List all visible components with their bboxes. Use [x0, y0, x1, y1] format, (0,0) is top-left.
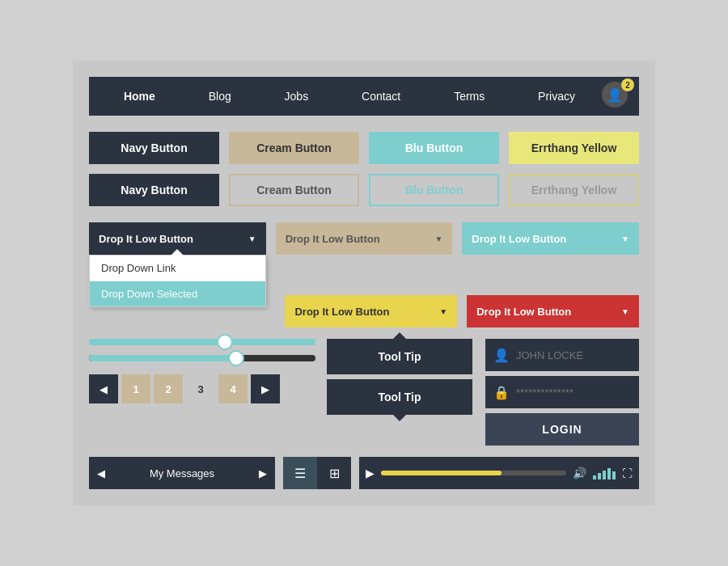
dropdown-left: Drop It Low Button ▼ Drop Down Link Drop… [89, 222, 266, 255]
dropdown-row2-right: Drop It Low Button ▼ [467, 295, 639, 327]
tooltip-section: Tool Tip Tool Tip [327, 339, 474, 415]
dropdown-middle-label: Drop It Low Button [286, 233, 380, 245]
navy-button-outline[interactable]: Navy Button [89, 174, 219, 206]
list-icon: ☰ [294, 466, 306, 481]
content-row-main: ◀ 1 2 3 4 ▶ Tool Tip Tool Tip 👤 [89, 339, 639, 446]
message-prev[interactable]: ◀ [97, 467, 105, 479]
slider-2-track[interactable] [89, 355, 315, 361]
nav-item-blog[interactable]: Blog [201, 90, 239, 103]
view-grid-button[interactable]: ⊞ [317, 457, 351, 489]
dropdown-left-arrow: ▼ [248, 234, 256, 243]
nav-item-privacy[interactable]: Privacy [530, 90, 583, 103]
bottom-row: ◀ My Messages ▶ ☰ ⊞ ▶ 🔊 [89, 457, 639, 489]
vol-bar-5 [612, 471, 616, 479]
nav-badge: 2 [621, 78, 634, 91]
pagination: ◀ 1 2 3 4 ▶ [89, 374, 315, 403]
dropdown-menu-item-selected[interactable]: Drop Down Selected [90, 281, 265, 306]
pagination-page-3[interactable]: 3 [186, 374, 215, 403]
tooltip-button-1[interactable]: Tool Tip [327, 339, 472, 374]
dropdown-row2-middle-label: Drop It Low Button [294, 306, 389, 318]
tooltip-1-caret-up [393, 332, 406, 339]
cream-button-outline[interactable]: Cream Button [229, 174, 359, 206]
grid-icon: ⊞ [329, 466, 340, 481]
nav-item-terms[interactable]: Terms [446, 90, 493, 103]
button-row-outline: Navy Button Cream Button Blu Button Errt… [89, 174, 639, 206]
vol-bar-2 [598, 473, 601, 479]
media-progress-track[interactable] [381, 471, 566, 475]
vol-bar-1 [593, 475, 596, 479]
media-volume-bars [593, 467, 616, 479]
username-input[interactable] [516, 349, 652, 361]
tooltip-2-caret-down [393, 415, 406, 421]
yellow-button-filled[interactable]: Errthang Yellow [509, 132, 639, 164]
cream-button-filled[interactable]: Cream Button [229, 132, 359, 164]
dropdown-right: Drop It Low Button ▼ [462, 222, 639, 255]
tooltip-2-label: Tool Tip [378, 391, 421, 403]
dropdown-right-label: Drop It Low Button [472, 233, 566, 245]
password-field-wrap: 🔒 [485, 376, 639, 408]
pagination-page-2[interactable]: 2 [154, 374, 183, 403]
dropdown-row-1: Drop It Low Button ▼ Drop Down Link Drop… [89, 222, 639, 255]
yellow-button-outline[interactable]: Errthang Yellow [509, 174, 639, 206]
pagination-page-4[interactable]: 4 [218, 374, 248, 403]
dropdown-row2-middle-button[interactable]: Drop It Low Button ▼ [285, 295, 457, 327]
dropdown-left-menu: Drop Down Link Drop Down Selected [89, 255, 266, 307]
dropdown-caret-up [171, 249, 184, 256]
dropdown-right-button[interactable]: Drop It Low Button ▼ [462, 222, 639, 255]
dropdown-right-arrow: ▼ [621, 234, 629, 243]
password-input[interactable] [516, 386, 652, 399]
nav-item-jobs[interactable]: Jobs [277, 90, 317, 103]
message-label: My Messages [112, 467, 252, 479]
pagination-page-1[interactable]: 1 [121, 374, 150, 403]
slider-2-fill [89, 355, 236, 361]
login-section: 👤 🔒 LOGIN [485, 339, 639, 446]
nav-item-home[interactable]: Home [116, 90, 163, 103]
navy-button-filled[interactable]: Navy Button [89, 132, 219, 164]
dropdown-menu-item-link[interactable]: Drop Down Link [90, 256, 265, 281]
avatar-wrap[interactable]: 👤 2 [602, 82, 631, 111]
lock-icon: 🔒 [493, 385, 510, 400]
dropdown-middle-button[interactable]: Drop It Low Button ▼ [276, 222, 453, 255]
dropdown-row2-right-arrow: ▼ [621, 307, 629, 316]
username-field-wrap: 👤 [485, 339, 639, 371]
dropdown-row2-right-button[interactable]: Drop It Low Button ▼ [467, 295, 639, 327]
nav-item-contact[interactable]: Contact [353, 90, 408, 103]
avatar-icon: 👤 [607, 87, 623, 103]
blue-button-filled[interactable]: Blu Button [369, 132, 499, 164]
login-button[interactable]: LOGIN [485, 413, 639, 446]
message-next[interactable]: ▶ [259, 467, 267, 479]
media-volume-icon: 🔊 [573, 467, 586, 479]
slider-1-thumb[interactable] [217, 334, 233, 350]
nav-bar: Home Blog Jobs Contact Terms Privacy 👤 2 [89, 77, 639, 116]
tooltip-button-2[interactable]: Tool Tip [327, 379, 472, 415]
slider-2-thumb[interactable] [228, 350, 244, 366]
slider-1-track[interactable] [89, 339, 315, 345]
tooltip-1-label: Tool Tip [378, 350, 421, 363]
dropdown-row2-right-label: Drop It Low Button [476, 306, 571, 318]
button-row-filled: Navy Button Cream Button Blu Button Errt… [89, 132, 639, 164]
dropdown-left-label: Drop It Low Button [99, 233, 193, 245]
pagination-next[interactable]: ▶ [251, 374, 280, 403]
media-progress-fill [381, 471, 502, 475]
blue-button-outline[interactable]: Blu Button [369, 174, 499, 206]
vol-bar-4 [607, 468, 611, 479]
dropdown-row2-middle: Drop It Low Button ▼ [285, 295, 457, 327]
left-section: ◀ 1 2 3 4 ▶ [89, 339, 315, 403]
vol-bar-3 [603, 471, 606, 479]
media-expand-button[interactable]: ⛶ [622, 467, 633, 479]
media-player: ▶ 🔊 ⛶ [359, 457, 639, 489]
dropdown-middle-arrow: ▼ [434, 234, 442, 243]
dropdown-middle: Drop It Low Button ▼ [276, 222, 453, 255]
pagination-prev[interactable]: ◀ [89, 374, 118, 403]
nav-items: Home Blog Jobs Contact Terms Privacy [97, 90, 602, 103]
view-list-button[interactable]: ☰ [283, 457, 317, 489]
view-toggle: ☰ ⊞ [283, 457, 351, 489]
user-icon: 👤 [493, 348, 510, 363]
message-bar: ◀ My Messages ▶ [89, 457, 275, 489]
sliders-section [89, 339, 315, 361]
dropdown-row2-middle-arrow: ▼ [439, 307, 447, 316]
media-play-button[interactable]: ▶ [366, 467, 375, 479]
